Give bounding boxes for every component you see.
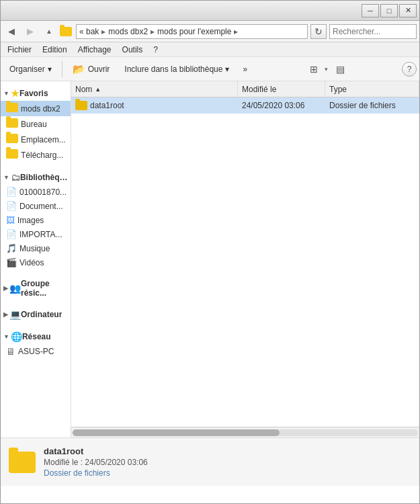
include-library-button[interactable]: Inclure dans la bibliothèque ▾ [118, 60, 235, 79]
col-sort-arrow: ▲ [95, 86, 101, 93]
sidebar-label-documents: Document... [19, 202, 63, 211]
file-row-data1root[interactable]: data1root 24/05/2020 03:06 Dossier de fi… [71, 97, 419, 114]
groupe-header[interactable]: ▶ 👥 Groupe résic... [1, 275, 71, 300]
view-dropdown-icon: ▾ [325, 66, 328, 73]
file-type-cell: Dossier de fichiers [325, 97, 419, 114]
sidebar-item-images[interactable]: 🖼 Images [1, 213, 71, 227]
status-name: data1root [44, 446, 148, 456]
organize-label: Organiser [9, 65, 45, 74]
preview-button[interactable]: ▤ [331, 60, 349, 79]
music-icon-musique: 🎵 [6, 243, 17, 253]
hscroll-track [73, 429, 418, 436]
reseau-label: Réseau [22, 332, 51, 341]
sidebar: ▼ ★ Favoris mods dbx2 Bureau Em [1, 81, 71, 437]
up-button[interactable]: ▲ [41, 24, 57, 40]
col-header-name[interactable]: Nom ▲ [71, 81, 238, 97]
sidebar-item-asus-pc[interactable]: 🖥 ASUS-PC [1, 344, 71, 359]
status-folder-icon [9, 452, 36, 473]
favorites-section: ▼ ★ Favoris mods dbx2 Bureau Em [1, 81, 71, 165]
ordinateur-label: Ordinateur [21, 310, 62, 319]
hscroll-thumb[interactable] [73, 429, 280, 436]
menu-edition[interactable]: Edition [37, 44, 73, 56]
sidebar-item-010001870[interactable]: 📄 010001870... [1, 185, 71, 199]
sidebar-label-emplacements: Emplacem... [21, 135, 66, 144]
favorites-star-icon: ★ [11, 88, 19, 99]
sidebar-item-important[interactable]: 📄 IMPORTA... [1, 227, 71, 241]
ordinateur-expand-icon: ▶ [3, 311, 8, 318]
col-header-date[interactable]: Modifié le [238, 81, 325, 97]
sidebar-item-mods-dbx2[interactable]: mods dbx2 [1, 101, 71, 116]
search-input[interactable] [333, 27, 420, 36]
libraries-expand-icon: ▼ [3, 174, 9, 181]
horizontal-scrollbar[interactable] [71, 427, 419, 437]
sidebar-item-musique[interactable]: 🎵 Musique [1, 241, 71, 255]
file-folder-icon [75, 101, 87, 110]
status-info: data1root Modifié le : 24/05/2020 03:06 … [44, 446, 148, 478]
window-controls: ─ □ ✕ [362, 4, 417, 17]
menu-outils[interactable]: Outils [117, 44, 149, 56]
breadcrumb-path: « bak ▸ mods dbx2 ▸ mods pour l'exemple … [79, 27, 238, 36]
sidebar-label-telechargements: Télécharg... [21, 151, 63, 160]
groupe-expand-icon: ▶ [3, 285, 8, 292]
sidebar-label-bureau: Bureau [21, 120, 47, 129]
menu-fichier[interactable]: Fichier [2, 44, 37, 56]
status-bar: data1root Modifié le : 24/05/2020 03:06 … [1, 437, 419, 486]
pc-icon-asus: 🖥 [6, 346, 15, 357]
folder-icon-telechargements [6, 149, 18, 159]
address-folder-icon [60, 27, 72, 36]
sidebar-label-mods-dbx2: mods dbx2 [21, 104, 60, 114]
close-button[interactable]: ✕ [399, 4, 417, 17]
sidebar-item-bureau[interactable]: Bureau [1, 116, 71, 132]
file-name: data1root [90, 101, 124, 110]
doc-icon-010001870: 📄 [6, 187, 17, 197]
toolbar-separator-1 [62, 61, 62, 77]
maximize-button[interactable]: □ [380, 4, 398, 17]
menu-bar: Fichier Edition Affichage Outils ? [1, 42, 419, 57]
menu-help[interactable]: ? [148, 44, 163, 56]
status-type: Dossier de fichiers [44, 468, 148, 478]
sidebar-item-emplacements[interactable]: Emplacem... [1, 132, 71, 147]
groupe-section: ▶ 👥 Groupe résic... [1, 272, 71, 302]
breadcrumb-bak[interactable]: « bak [79, 27, 99, 36]
ordinateur-header[interactable]: ▶ 💻 Ordinateur [1, 305, 71, 322]
address-bar[interactable]: « bak ▸ mods dbx2 ▸ mods pour l'exemple … [76, 24, 308, 39]
groupe-label: Groupe résic... [21, 279, 68, 298]
breadcrumb-current[interactable]: mods pour l'exemple [157, 27, 231, 36]
file-list: data1root 24/05/2020 03:06 Dossier de fi… [71, 97, 419, 427]
folder-icon-bureau [6, 118, 18, 128]
sidebar-item-telechargements[interactable]: Télécharg... [1, 147, 71, 163]
file-date-cell: 24/05/2020 03:06 [238, 97, 325, 114]
main-content: ▼ ★ Favoris mods dbx2 Bureau Em [1, 81, 419, 437]
reseau-icon: 🌐 [11, 331, 22, 342]
libraries-header[interactable]: ▼ 🗂 Bibliothèque... [1, 168, 71, 185]
back-button[interactable]: ◀ [3, 24, 19, 40]
menu-affichage[interactable]: Affichage [73, 44, 117, 56]
organize-button[interactable]: Organiser ▾ [3, 60, 58, 79]
reseau-expand-icon: ▼ [3, 333, 9, 340]
sidebar-item-videos[interactable]: 🎬 Vidéos [1, 255, 71, 269]
sidebar-label-musique: Musique [19, 244, 50, 253]
include-label: Inclure dans la bibliothèque [124, 65, 222, 74]
view-toggle-button[interactable]: ⊞ [304, 60, 323, 79]
reseau-header[interactable]: ▼ 🌐 Réseau [1, 327, 71, 344]
groupe-icon: 👥 [9, 283, 21, 294]
open-button[interactable]: 📂 Ouvrir [67, 60, 116, 79]
help-button[interactable]: ? [402, 62, 417, 77]
minimize-button[interactable]: ─ [362, 4, 379, 17]
col-header-type[interactable]: Type [325, 81, 419, 97]
forward-button[interactable]: ▶ [22, 24, 38, 40]
sidebar-item-documents[interactable]: 📄 Document... [1, 199, 71, 213]
title-bar: ─ □ ✕ [1, 1, 419, 21]
breadcrumb-mods[interactable]: mods dbx2 [108, 27, 148, 36]
favorites-header[interactable]: ▼ ★ Favoris [1, 84, 71, 101]
favorites-expand-icon: ▼ [3, 90, 9, 97]
favorites-label: Favoris [19, 89, 48, 98]
ordinateur-section: ▶ 💻 Ordinateur [1, 302, 71, 325]
search-box: 🔍 [329, 24, 417, 39]
list-header: Nom ▲ Modifié le Type [71, 81, 419, 97]
more-button[interactable]: » [238, 60, 252, 79]
doc-icon-documents: 📄 [6, 201, 17, 211]
folder-icon-emplacements [6, 134, 18, 143]
libraries-icon: 🗂 [11, 172, 20, 183]
refresh-button[interactable]: ↻ [310, 24, 327, 39]
